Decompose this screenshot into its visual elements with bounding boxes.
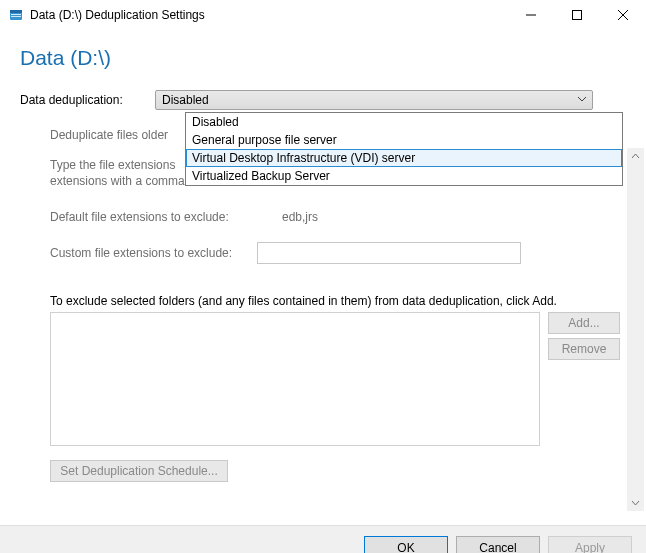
dedup-dropdown: Disabled General purpose file server Vir… [185, 112, 623, 186]
dedup-option-vbackup[interactable]: Virtualized Backup Server [186, 167, 622, 185]
add-button[interactable]: Add... [548, 312, 620, 334]
window-title: Data (D:\) Deduplication Settings [30, 8, 205, 22]
apply-button[interactable]: Apply [548, 536, 632, 554]
ok-button[interactable]: OK [364, 536, 448, 554]
dedup-combobox[interactable]: Disabled [155, 90, 593, 110]
app-icon [8, 7, 24, 23]
dedup-label: Data deduplication: [20, 93, 155, 107]
close-button[interactable] [600, 0, 646, 30]
custom-ext-input[interactable] [257, 242, 521, 264]
dedup-option-disabled[interactable]: Disabled [186, 113, 622, 131]
content-area: Data deduplication: Disabled Disabled Ge… [20, 90, 626, 110]
minimize-button[interactable] [508, 0, 554, 30]
type-ext-label-2: extensions with a comma [50, 174, 185, 188]
type-ext-label-1: Type the file extensions [50, 158, 175, 172]
dedup-option-vdi[interactable]: Virtual Desktop Infrastructure (VDI) ser… [186, 149, 622, 167]
default-ext-value: edb,jrs [282, 210, 318, 224]
svg-rect-1 [10, 10, 22, 13]
cancel-button[interactable]: Cancel [456, 536, 540, 554]
svg-rect-3 [11, 16, 21, 17]
excluded-folders-list[interactable] [50, 312, 540, 446]
dedup-option-general[interactable]: General purpose file server [186, 131, 622, 149]
dialog-button-bar: OK Cancel Apply [0, 525, 646, 553]
scroll-up-icon[interactable] [627, 148, 644, 165]
older-than-label: Deduplicate files older [50, 128, 168, 142]
page: Data (D:\) Data deduplication: Disabled … [0, 46, 646, 553]
custom-ext-label: Custom file extensions to exclude: [50, 246, 232, 260]
chevron-down-icon [577, 93, 587, 108]
maximize-button[interactable] [554, 0, 600, 30]
remove-button[interactable]: Remove [548, 338, 620, 360]
scroll-down-icon[interactable] [627, 494, 644, 511]
set-schedule-button[interactable]: Set Deduplication Schedule... [50, 460, 228, 482]
default-ext-label: Default file extensions to exclude: [50, 210, 229, 224]
page-title: Data (D:\) [20, 46, 626, 70]
title-bar: Data (D:\) Deduplication Settings [0, 0, 646, 30]
svg-rect-2 [11, 14, 21, 15]
content-scrollbar[interactable] [627, 148, 644, 511]
svg-rect-5 [573, 10, 582, 19]
dedup-combobox-value: Disabled [162, 93, 209, 107]
exclude-folders-text: To exclude selected folders (and any fil… [50, 294, 557, 308]
